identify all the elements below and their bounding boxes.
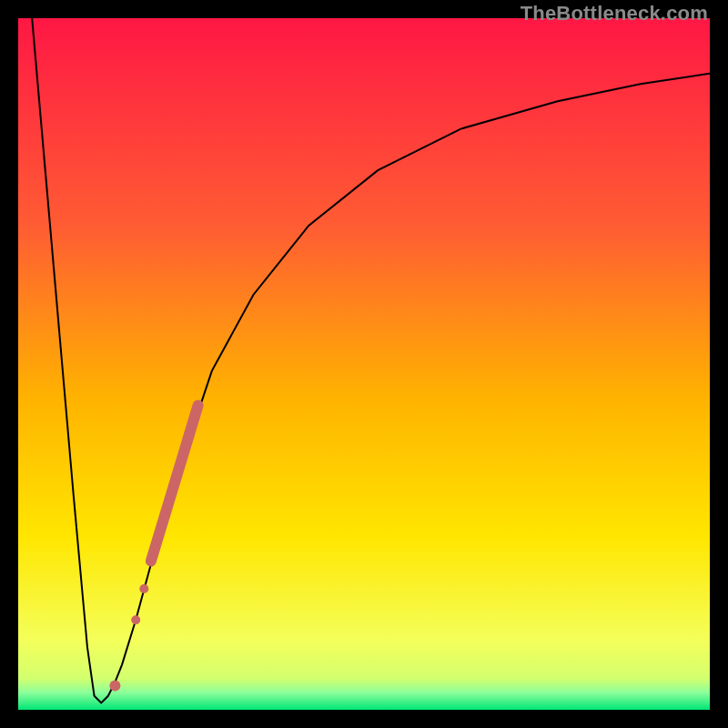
highlight-dot [131, 615, 140, 624]
bottleneck-chart [18, 18, 710, 710]
highlight-dot [109, 680, 120, 691]
watermark-label: TheBottleneck.com [521, 2, 708, 25]
chart-frame: TheBottleneck.com [0, 0, 728, 728]
highlight-dot [139, 584, 148, 593]
chart-background [18, 18, 710, 710]
